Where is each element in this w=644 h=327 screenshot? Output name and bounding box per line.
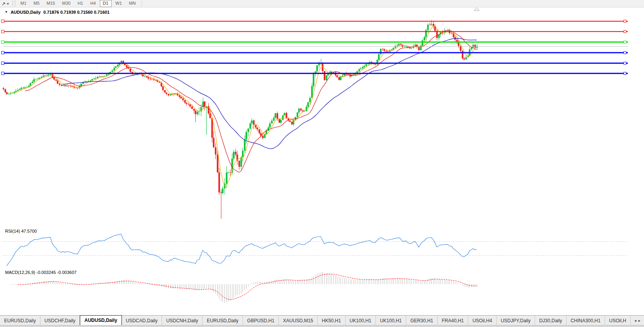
ma-slow xyxy=(63,39,477,149)
top-toolbar: M1M5M15M30H1H4D1W1MN xyxy=(0,0,644,7)
macd-signal-line xyxy=(18,274,477,299)
chart-tab-uk100-h1[interactable]: UK100,H1 xyxy=(346,316,376,325)
chart-tab-bar: EURUSD,DailyUSDCHF,DailyAUDUSD,DailyUSDC… xyxy=(0,315,644,325)
chart-tab-usoil-h[interactable]: USOil,H xyxy=(605,316,631,325)
chart-shift-marker[interactable] xyxy=(474,8,479,11)
chart-mode-icon[interactable] xyxy=(0,0,12,7)
chart-tab-ger30-h1[interactable]: GER30,H1 xyxy=(406,316,438,325)
diagonal-arrows-icon xyxy=(2,1,10,6)
ma-medium xyxy=(25,30,477,173)
hline-left-anchor[interactable] xyxy=(2,62,4,64)
timeframe-m5-button[interactable]: M5 xyxy=(30,0,42,7)
hline-left-anchor[interactable] xyxy=(2,20,4,23)
moving-averages xyxy=(11,26,477,186)
chart-tab-hk50-h1[interactable]: HK50,H1 xyxy=(318,316,346,325)
symbol-dropdown-icon[interactable]: ▼ xyxy=(5,11,8,14)
chart-tab-usdchf-daily[interactable]: USDCHF,Daily xyxy=(40,316,80,325)
hline-right-anchor[interactable] xyxy=(624,62,626,64)
chart-tab-usdjpy-daily[interactable]: USDJPY,Daily xyxy=(497,316,535,325)
chart-tab-fra40-h1[interactable]: FRA40,H1 xyxy=(438,316,468,325)
timeframe-mn-button[interactable]: MN xyxy=(126,0,139,7)
chart-tab-usdcnh-daily[interactable]: USDCNH,Daily xyxy=(162,316,202,325)
chart-tab-dj30-daily[interactable]: DJ30,Daily xyxy=(535,316,567,325)
rsi-label: RSI(14) 47.5700 xyxy=(5,229,37,233)
timeframe-w1-button[interactable]: W1 xyxy=(112,0,125,7)
timeframe-buttons: M1M5M15M30H1H4D1W1MN xyxy=(17,0,139,7)
ma-fast xyxy=(11,26,477,186)
toolbar-separator xyxy=(142,1,142,6)
chart-title: ▼ AUDUSD,Daily 0.71876 0.71939 0.71560 0… xyxy=(5,10,110,15)
chart-tab-gbpusd-h1[interactable]: GBPUSD,H1 xyxy=(243,316,279,325)
hline-left-anchor[interactable] xyxy=(2,30,4,33)
hline-right-anchor[interactable] xyxy=(624,72,626,75)
toolbar-grip xyxy=(13,1,15,6)
chart-tab-usdcad-daily[interactable]: USDCAD,Daily xyxy=(122,316,162,325)
candlestick-series xyxy=(3,20,478,219)
timeframe-h4-button[interactable]: H4 xyxy=(87,0,99,7)
hline-right-anchor[interactable] xyxy=(624,51,626,54)
chart-canvas[interactable] xyxy=(0,0,644,315)
timeframe-m30-button[interactable]: M30 xyxy=(59,0,74,7)
hline-right-anchor[interactable] xyxy=(624,30,626,33)
symbol-label: AUDUSD,Daily xyxy=(11,10,40,15)
tab-scroll-right-icon[interactable]: ▸ xyxy=(638,318,640,323)
rsi-indicator xyxy=(3,234,628,266)
chart-tab-china300-h1[interactable]: CHINA300,H1 xyxy=(567,316,605,325)
chart-tab-audusd-daily[interactable]: AUDUSD,Daily xyxy=(80,315,121,325)
hline-right-anchor[interactable] xyxy=(624,41,626,43)
window-bottom-strip xyxy=(0,325,644,327)
horizontal-level-lines[interactable] xyxy=(2,8,628,75)
macd-indicator xyxy=(11,272,477,303)
macd-label: MACD(12,26,9) -0.003245 -0.003607 xyxy=(5,270,77,275)
timeframe-d1-button[interactable]: D1 xyxy=(100,0,112,7)
hline-right-anchor[interactable] xyxy=(624,20,626,22)
timeframe-h1-button[interactable]: H1 xyxy=(74,0,86,7)
chart-tab-eurusd-daily[interactable]: EURUSD,Daily xyxy=(0,316,40,325)
rsi-line xyxy=(7,234,477,266)
ohlc-values: 0.71876 0.71939 0.71560 0.71601 xyxy=(43,10,109,15)
chart-tab-eurusd-daily[interactable]: EURUSD,Daily xyxy=(202,316,243,325)
hline-left-anchor[interactable] xyxy=(2,41,4,44)
hline-left-anchor[interactable] xyxy=(2,51,4,54)
chart-tab-uk100-h1[interactable]: UK100,H1 xyxy=(376,316,406,325)
tab-scroll-arrows: ◂▸ xyxy=(631,316,644,325)
chart-tab-usoil-h4[interactable]: USOil,H4 xyxy=(468,316,497,325)
timeframe-m1-button[interactable]: M1 xyxy=(17,0,29,7)
timeframe-m15-button[interactable]: M15 xyxy=(44,0,58,7)
chart-tab-xauusd-m15[interactable]: XAUUSD,M15 xyxy=(279,316,318,325)
tab-scroll-left-icon[interactable]: ◂ xyxy=(635,318,637,323)
hline-left-anchor[interactable] xyxy=(2,72,4,75)
